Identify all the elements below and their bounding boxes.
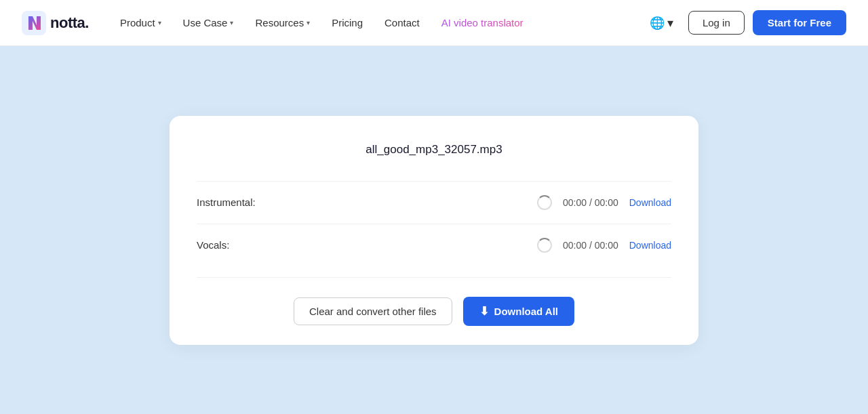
nav-label-usecase: Use Case <box>183 17 228 28</box>
instrumental-label: Instrumental: <box>197 196 292 208</box>
converter-card: all_good_mp3_32057.mp3 Instrumental: 00:… <box>170 116 698 345</box>
chevron-down-icon: ▾ <box>307 19 310 26</box>
navbar: notta. Product ▾ Use Case ▾ Resources ▾ … <box>0 0 868 46</box>
logo[interactable]: notta. <box>22 11 89 35</box>
nav-item-ai-translator[interactable]: AI video translator <box>432 12 533 34</box>
nav-label-resources: Resources <box>255 17 304 28</box>
nav-label-product: Product <box>120 17 155 28</box>
download-all-button[interactable]: ⬇ Download All <box>463 297 574 326</box>
logo-text: notta. <box>50 14 89 32</box>
language-selector[interactable]: 🌐 ▾ <box>643 12 680 35</box>
vocals-download-link[interactable]: Download <box>629 240 671 251</box>
instrumental-controls: 00:00 / 00:00 Download <box>537 195 671 210</box>
vocals-track-row: Vocals: 00:00 / 00:00 Download <box>197 224 671 266</box>
nav-item-product[interactable]: Product ▾ <box>111 12 171 34</box>
nav-right: 🌐 ▾ Log in Start for Free <box>643 10 846 35</box>
download-all-label: Download All <box>494 306 558 317</box>
login-button[interactable]: Log in <box>688 11 745 35</box>
main-content: all_good_mp3_32057.mp3 Instrumental: 00:… <box>0 46 868 414</box>
instrumental-track-row: Instrumental: 00:00 / 00:00 Download <box>197 181 671 224</box>
nav-item-pricing[interactable]: Pricing <box>322 12 372 34</box>
nav-label-contact: Contact <box>384 17 420 28</box>
vocals-controls: 00:00 / 00:00 Download <box>537 238 671 253</box>
nav-item-resources[interactable]: Resources ▾ <box>245 12 319 34</box>
chevron-down-icon: ▾ <box>230 19 233 26</box>
logo-icon <box>22 11 46 35</box>
card-footer: Clear and convert other files ⬇ Download… <box>197 277 671 345</box>
chevron-down-icon: ▾ <box>667 16 673 30</box>
nav-label-ai: AI video translator <box>441 17 524 28</box>
instrumental-spinner <box>537 195 552 210</box>
chevron-down-icon: ▾ <box>158 19 161 26</box>
instrumental-time: 00:00 / 00:00 <box>563 197 618 208</box>
instrumental-download-link[interactable]: Download <box>629 197 671 208</box>
vocals-time: 00:00 / 00:00 <box>563 240 618 251</box>
start-for-free-button[interactable]: Start for Free <box>753 10 846 35</box>
clear-convert-button[interactable]: Clear and convert other files <box>294 297 452 325</box>
nav-label-pricing: Pricing <box>332 17 363 28</box>
globe-icon: 🌐 <box>650 16 665 30</box>
nav-item-usecase[interactable]: Use Case ▾ <box>174 12 243 34</box>
nav-links: Product ▾ Use Case ▾ Resources ▾ Pricing… <box>111 12 643 34</box>
vocals-label: Vocals: <box>197 239 292 251</box>
file-name: all_good_mp3_32057.mp3 <box>197 143 671 157</box>
nav-item-contact[interactable]: Contact <box>375 12 429 34</box>
download-all-icon: ⬇ <box>479 304 489 318</box>
vocals-spinner <box>537 238 552 253</box>
